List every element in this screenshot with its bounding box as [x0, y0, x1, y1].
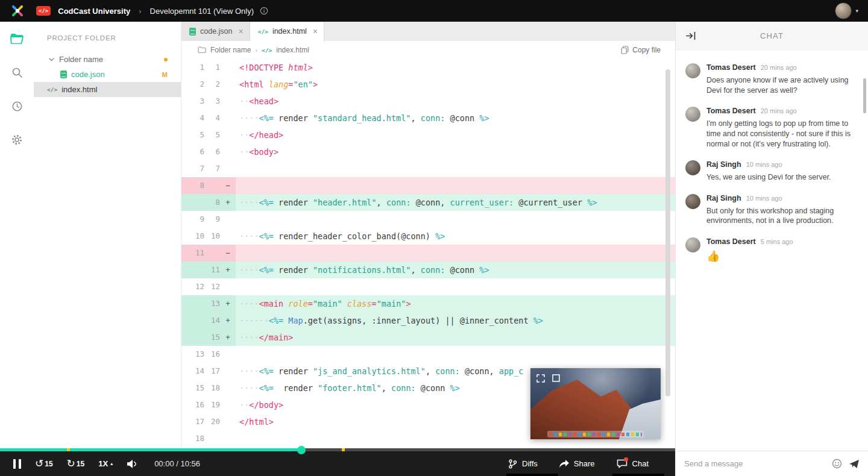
pause-button[interactable] [13, 459, 21, 469]
diff-sign [220, 278, 236, 295]
close-icon[interactable]: × [313, 27, 318, 36]
send-message-button[interactable] [849, 459, 860, 469]
code-token: <head> [249, 96, 278, 106]
code-token: ······ [239, 316, 269, 325]
code-line: 33··<head> [181, 93, 675, 110]
code-text: ····<%= render "header.html", conn: @con… [236, 194, 597, 211]
code-token: "notifications.html" [313, 265, 411, 275]
diff-branch-icon [508, 459, 517, 469]
new-line-number: 6 [204, 143, 220, 160]
tree-item-folder[interactable]: Folder name [34, 52, 181, 67]
pip-icon[interactable] [552, 374, 560, 382]
new-line-number: 5 [204, 127, 220, 143]
chat-scrollbar[interactable] [863, 78, 866, 113]
code-token: ···· [239, 265, 259, 275]
message-author: Tomas Desert [706, 107, 756, 115]
code-token: ·· [239, 400, 249, 410]
code-token: html [288, 63, 308, 72]
info-icon[interactable] [260, 7, 268, 15]
code-token: ·· [239, 130, 249, 140]
tree-item-label: Folder name [59, 55, 103, 64]
tab-index-html[interactable]: </> index.html × [250, 22, 324, 41]
new-line-number [204, 430, 220, 447]
line-gutter: 66 [181, 143, 236, 160]
tab-label: index.html [272, 27, 307, 36]
chat-message-body: Tomas Desert20 mins agoDoes anyone know … [706, 63, 858, 95]
breadcrumb-file: index.html [276, 46, 309, 54]
code-token: , [411, 113, 421, 123]
codcast-logo-icon[interactable] [10, 3, 25, 19]
new-line-number: 4 [204, 110, 220, 127]
emoji-picker-button[interactable] [832, 459, 842, 469]
tree-item-index-html[interactable]: </> index.html [34, 82, 181, 97]
line-gutter: 11 [181, 59, 236, 76]
code-token: @current_user [514, 198, 587, 207]
code-token: ···· [239, 299, 259, 308]
volume-button[interactable] [127, 459, 138, 469]
settings-button[interactable] [10, 133, 24, 147]
rewind-15-button[interactable]: ↺ 15 [35, 459, 53, 469]
history-button[interactable] [10, 99, 24, 113]
share-label: Share [574, 459, 595, 468]
copy-file-button[interactable]: Copy file [621, 46, 661, 54]
code-token: %> [479, 113, 489, 123]
code-text: ····<%= render "notifications.html", con… [236, 261, 489, 278]
speed-value: 1X [98, 459, 108, 468]
chevron-down-icon[interactable]: ▾ [855, 8, 858, 14]
new-line-number: 12 [204, 278, 220, 295]
copy-icon [621, 46, 629, 54]
playback-speed-button[interactable]: 1X ▴ [98, 459, 113, 468]
volume-icon [127, 459, 138, 469]
code-token: <body> [249, 147, 278, 157]
new-line-number [204, 177, 220, 194]
user-avatar[interactable] [835, 2, 852, 19]
fullscreen-icon[interactable] [536, 374, 545, 383]
search-button[interactable] [10, 65, 24, 80]
tree-item-label: code.json [71, 70, 105, 79]
code-token: </body> [249, 400, 283, 410]
code-token: render [283, 383, 318, 393]
code-token: @conn, [411, 198, 450, 207]
line-gutter: 14+ [181, 312, 236, 329]
share-button[interactable]: Share [559, 459, 595, 468]
breadcrumb-folder[interactable]: Folder name [210, 46, 251, 54]
code-text: ··</body> [236, 396, 283, 413]
chat-message: Tomas Desert20 mins agoDoes anyone know … [685, 63, 858, 95]
code-token: render [278, 113, 313, 123]
video-overlay[interactable] [530, 368, 661, 439]
new-line-number: 11 [204, 261, 220, 278]
code-token: @conn [416, 383, 450, 393]
code-token: ···· [239, 366, 259, 376]
new-line-number: 3 [204, 93, 220, 110]
new-line-number: 18 [204, 380, 220, 396]
old-line-number [181, 329, 204, 346]
notification-dot [624, 457, 628, 462]
code-token: </main> [259, 333, 294, 342]
editor-scrollbar[interactable] [665, 69, 670, 396]
code-token [342, 299, 347, 308]
chat-toggle-button[interactable]: Chat [617, 459, 649, 468]
diffs-button[interactable]: Diffs [508, 459, 538, 469]
code-token: , [426, 366, 435, 376]
tree-item-code-json[interactable]: code.json M [34, 67, 181, 82]
code-text: ····<%= render_header_color_band(@conn) … [236, 228, 445, 245]
diff-sign [220, 380, 236, 396]
code-token: conn: [386, 198, 411, 207]
code-text: ····<%= render "standard_head.html", con… [236, 110, 489, 127]
chat-message-body: Tomas Desert20 mins agoI'm only getting … [706, 107, 858, 149]
diff-sign [220, 59, 236, 76]
code-token: <main [259, 299, 289, 308]
files-panel-button[interactable] [10, 31, 24, 46]
message-text: 👍 [706, 249, 858, 264]
session-title: Developemnt 101 (View Only) [150, 7, 254, 16]
code-token: "header.html" [313, 198, 377, 207]
line-gutter: 15+ [181, 329, 236, 346]
chat-message-input[interactable] [684, 459, 825, 468]
code-token: ···· [239, 333, 259, 342]
message-timestamp: 20 mins ago [761, 107, 797, 114]
tab-code-json[interactable]: code.json × [181, 22, 250, 41]
chat-message: Tomas Desert20 mins agoI'm only getting … [685, 107, 858, 149]
close-icon[interactable]: × [239, 27, 244, 36]
old-line-number: 2 [181, 76, 204, 93]
forward-15-button[interactable]: ↻ 15 [67, 459, 85, 469]
